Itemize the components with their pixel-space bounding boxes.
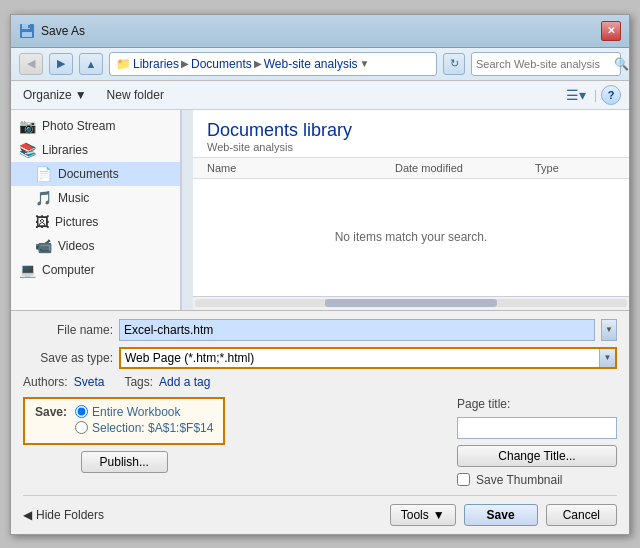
file-list-header: Name Date modified Type <box>193 158 629 179</box>
new-folder-button[interactable]: New folder <box>103 86 168 104</box>
selection-radio[interactable] <box>75 421 88 434</box>
entire-workbook-radio[interactable] <box>75 405 88 418</box>
breadcrumb-libraries[interactable]: Libraries <box>133 57 179 71</box>
horizontal-scrollbar[interactable] <box>193 296 629 310</box>
file-list-body: No items match your search. <box>193 179 629 296</box>
dialog-title: Save As <box>41 24 85 38</box>
right-panel: Documents library Web-site analysis Arra… <box>193 110 629 310</box>
sidebar-item-music[interactable]: 🎵 Music <box>11 186 180 210</box>
authors-value[interactable]: Sveta <box>74 375 105 389</box>
page-title-section: Page title: Change Title... Save Thumbna… <box>457 397 617 487</box>
search-icon[interactable]: 🔍 <box>614 57 629 71</box>
up-button[interactable]: ▲ <box>79 53 103 75</box>
file-name-label: File name: <box>23 323 113 337</box>
action-bar: Organize ▼ New folder ☰▾ | ? <box>11 81 629 110</box>
sidebar-item-label: Computer <box>42 263 95 277</box>
breadcrumb-current[interactable]: Web-site analysis <box>264 57 358 71</box>
help-button[interactable]: ? <box>601 85 621 105</box>
cancel-button[interactable]: Cancel <box>546 504 617 526</box>
breadcrumb-documents[interactable]: Documents <box>191 57 252 71</box>
svg-rect-3 <box>28 25 30 28</box>
libraries-icon: 📚 <box>19 142 36 158</box>
h-scrollbar-thumb <box>325 299 498 307</box>
sidebar-item-libraries[interactable]: 📚 Libraries <box>11 138 180 162</box>
main-area: 📷 Photo Stream 📚 Libraries 📄 Documents 🎵… <box>11 110 629 310</box>
save-label-row: Save: Entire Workbook <box>35 405 213 419</box>
title-bar-left: Save As <box>19 23 85 39</box>
back-button[interactable]: ◀ <box>19 53 43 75</box>
sidebar-item-label: Libraries <box>42 143 88 157</box>
breadcrumb-folder-icon: 📁 <box>116 57 131 71</box>
breadcrumb-sep-3: ▼ <box>360 58 370 69</box>
save-type-row: Save as type: Web Page (*.htm;*.html) ▼ <box>23 347 617 369</box>
publish-button[interactable]: Publish... <box>81 451 168 473</box>
hide-folders-label: Hide Folders <box>36 508 104 522</box>
organize-button[interactable]: Organize ▼ <box>19 86 91 104</box>
save-as-dialog: Save As ✕ ◀ ▶ ▲ 📁 Libraries ▶ Documents … <box>10 14 630 535</box>
file-name-input[interactable] <box>119 319 595 341</box>
videos-icon: 📹 <box>35 238 52 254</box>
search-input[interactable] <box>476 58 614 70</box>
organize-arrow: ▼ <box>75 88 87 102</box>
breadcrumb-sep-1: ▶ <box>181 58 189 69</box>
left-panel: 📷 Photo Stream 📚 Libraries 📄 Documents 🎵… <box>11 110 181 310</box>
sidebar-item-label: Pictures <box>55 215 98 229</box>
library-subtitle: Web-site analysis <box>207 141 352 153</box>
computer-icon: 💻 <box>19 262 36 278</box>
page-title-input[interactable] <box>457 417 617 439</box>
svg-rect-2 <box>22 32 32 37</box>
empty-message: No items match your search. <box>335 230 488 244</box>
page-title-label: Page title: <box>457 397 617 411</box>
breadcrumb-sep-2: ▶ <box>254 58 262 69</box>
change-title-button[interactable]: Change Title... <box>457 445 617 467</box>
col-name-header: Name <box>207 162 395 174</box>
hide-folders-button[interactable]: ◀ Hide Folders <box>23 508 104 522</box>
bottom-buttons: ◀ Hide Folders Tools ▼ Save Cancel <box>23 495 617 526</box>
entire-workbook-label[interactable]: Entire Workbook <box>92 405 180 419</box>
col-date-header: Date modified <box>395 162 535 174</box>
sidebar-item-documents[interactable]: 📄 Documents <box>11 162 180 186</box>
selection-label[interactable]: Selection: $A$1:$F$14 <box>92 421 213 435</box>
organize-label: Organize <box>23 88 72 102</box>
tags-section: Tags: Add a tag <box>124 375 210 389</box>
save-type-arrow[interactable]: ▼ <box>599 349 615 367</box>
sidebar-item-photo-stream[interactable]: 📷 Photo Stream <box>11 114 180 138</box>
view-toggle-button[interactable]: ☰▾ <box>562 85 590 105</box>
tags-value[interactable]: Add a tag <box>159 375 210 389</box>
save-as-icon <box>19 23 35 39</box>
save-type-dropdown[interactable]: Web Page (*.htm;*.html) ▼ <box>119 347 617 369</box>
sidebar-item-label: Photo Stream <box>42 119 115 133</box>
close-button[interactable]: ✕ <box>601 21 621 41</box>
title-bar: Save As ✕ <box>11 15 629 48</box>
col-type-header: Type <box>535 162 615 174</box>
save-type-label: Save as type: <box>23 351 113 365</box>
nav-toolbar: ◀ ▶ ▲ 📁 Libraries ▶ Documents ▶ Web-site… <box>11 48 629 81</box>
selection-row: Selection: $A$1:$F$14 <box>35 421 213 435</box>
save-thumbnail-checkbox[interactable] <box>457 473 470 486</box>
save-options-box: Save: Entire Workbook Selection: $A$1:$F… <box>23 397 225 445</box>
sidebar-item-videos[interactable]: 📹 Videos <box>11 234 180 258</box>
breadcrumb-bar[interactable]: 📁 Libraries ▶ Documents ▶ Web-site analy… <box>109 52 437 76</box>
sidebar-item-computer[interactable]: 💻 Computer <box>11 258 180 282</box>
forward-button[interactable]: ▶ <box>49 53 73 75</box>
search-bar: 🔍 <box>471 52 621 76</box>
tools-button[interactable]: Tools ▼ <box>390 504 456 526</box>
authors-section: Authors: Sveta <box>23 375 104 389</box>
sidebar-item-pictures[interactable]: 🖼 Pictures <box>11 210 180 234</box>
refresh-button[interactable]: ↻ <box>443 53 465 75</box>
sidebar-item-label: Documents <box>58 167 119 181</box>
h-scrollbar-track <box>195 299 627 307</box>
left-panel-scrollbar[interactable] <box>181 110 193 310</box>
save-thumbnail-row: Save Thumbnail <box>457 473 617 487</box>
sidebar-item-label: Videos <box>58 239 94 253</box>
tags-label: Tags: <box>124 375 153 389</box>
documents-icon: 📄 <box>35 166 52 182</box>
save-button[interactable]: Save <box>464 504 538 526</box>
file-name-dropdown-arrow[interactable]: ▼ <box>601 319 617 341</box>
music-icon: 🎵 <box>35 190 52 206</box>
authors-label: Authors: <box>23 375 68 389</box>
save-type-value: Web Page (*.htm;*.html) <box>121 349 599 367</box>
authors-tags-row: Authors: Sveta Tags: Add a tag <box>23 375 617 389</box>
tools-arrow: ▼ <box>433 508 445 522</box>
hide-folders-icon: ◀ <box>23 508 32 522</box>
